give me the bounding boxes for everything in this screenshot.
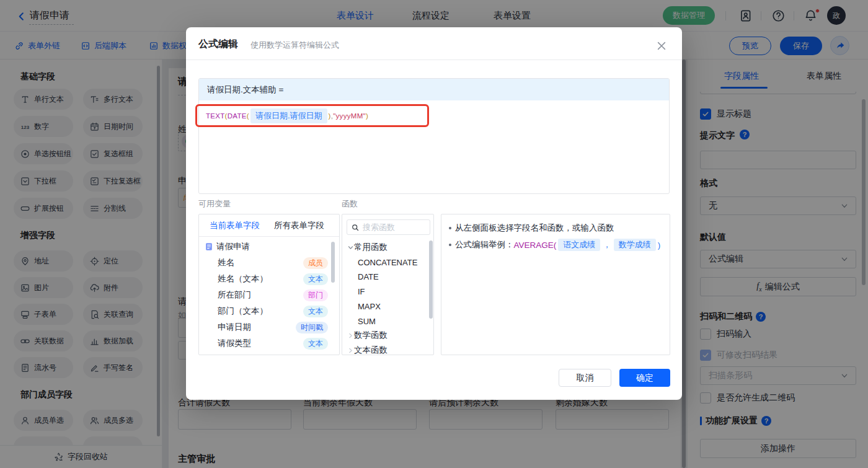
function-item[interactable]: CONCATENATE bbox=[342, 255, 433, 270]
formula-editor[interactable]: 请假日期.文本辅助 = TEXT(DATE(请假日期.请假日期),"yyyyMM… bbox=[198, 78, 670, 194]
variables-panel: 当前表单字段 所有表单字段 请假申请姓名成员姓名（文本）文本所在部门部门部门（文… bbox=[198, 214, 340, 355]
function-group[interactable]: 文本函数 bbox=[342, 343, 433, 355]
function-item[interactable]: MAPX bbox=[342, 299, 433, 314]
variable-tree-root[interactable]: 请假申请 bbox=[199, 239, 339, 255]
function-item[interactable]: SUM bbox=[342, 314, 433, 329]
function-item[interactable]: IF bbox=[342, 284, 433, 299]
confirm-button[interactable]: 确定 bbox=[619, 369, 670, 387]
example-token: ( bbox=[554, 241, 557, 250]
variable-type-tag: 文本 bbox=[303, 338, 328, 350]
bullet-icon bbox=[449, 227, 451, 229]
variable-tree-item[interactable]: 请假类型文本 bbox=[199, 335, 339, 351]
tab-all-fields[interactable]: 所有表单字段 bbox=[274, 220, 324, 231]
bullet-icon bbox=[449, 244, 451, 246]
chevron-right-icon bbox=[347, 347, 354, 354]
variable-type-tag: 部门 bbox=[303, 289, 328, 301]
variables-scrollbar[interactable] bbox=[331, 242, 335, 283]
help-line-1: 从左侧面板选择字段名和函数，或输入函数 bbox=[455, 223, 614, 234]
help-panel: 从左侧面板选择字段名和函数，或输入函数 公式编辑举例：AVERAGE(语文成绩，… bbox=[441, 214, 670, 355]
functions-scrollbar[interactable] bbox=[429, 241, 433, 319]
variables-tabs: 当前表单字段 所有表单字段 bbox=[199, 214, 339, 237]
variable-type-tag: 成员 bbox=[303, 257, 328, 269]
search-placeholder: 搜索函数 bbox=[363, 222, 395, 233]
cancel-button[interactable]: 取消 bbox=[559, 369, 611, 387]
variable-tree-item[interactable]: 请假天数文本 bbox=[199, 352, 339, 355]
formula-modal: 公式编辑 使用数学运算符编辑公式 请假日期.文本辅助 = TEXT(DATE(请… bbox=[186, 27, 682, 400]
variable-tree-item[interactable]: 申请日期时间戳 bbox=[199, 319, 339, 335]
form-doc-icon bbox=[205, 242, 213, 251]
variable-type-tag: 文本 bbox=[303, 306, 328, 317]
example-token: AVERAGE bbox=[514, 241, 554, 250]
modal-title: 公式编辑 bbox=[198, 38, 238, 51]
app-root: 请假申请 表单设计 流程设定 表单设置 数据管理 政 表单外链 后端脚本 数据权… bbox=[0, 0, 868, 468]
red-annotation-box bbox=[195, 104, 429, 127]
funcs-label: 函数 bbox=[342, 198, 358, 210]
variable-tree-item[interactable]: 所在部门部门 bbox=[199, 287, 339, 303]
example-field-chip: 数学成绩 bbox=[614, 239, 656, 251]
variable-tree-item[interactable]: 姓名（文本）文本 bbox=[199, 271, 339, 287]
function-group[interactable]: 数学函数 bbox=[342, 328, 433, 343]
variable-type-tag: 时间戳 bbox=[296, 322, 328, 333]
example-token: ) bbox=[658, 241, 661, 250]
example-text: 公式编辑举例： bbox=[455, 239, 514, 250]
function-group[interactable]: 常用函数 bbox=[342, 240, 433, 255]
formula-target: 请假日期.文本辅助 = bbox=[199, 79, 669, 100]
function-item[interactable]: DATE bbox=[342, 269, 433, 284]
modal-header: 公式编辑 使用数学运算符编辑公式 bbox=[186, 27, 682, 60]
close-icon[interactable] bbox=[656, 40, 667, 51]
variable-type-tag: 文本 bbox=[303, 355, 328, 356]
variable-type-tag: 文本 bbox=[303, 273, 328, 285]
vars-label: 可用变量 bbox=[198, 198, 231, 210]
function-search-input[interactable]: 搜索函数 bbox=[347, 219, 430, 235]
chevron-right-icon bbox=[347, 332, 354, 339]
tab-current-fields[interactable]: 当前表单字段 bbox=[210, 220, 260, 231]
variable-tree-item[interactable]: 姓名成员 bbox=[199, 255, 339, 271]
variable-tree-item[interactable]: 部门（文本）文本 bbox=[199, 303, 339, 319]
example-field-chip: 语文成绩 bbox=[558, 239, 600, 251]
search-icon bbox=[352, 224, 359, 231]
chevron-down-icon bbox=[347, 244, 354, 251]
example-token: ， bbox=[603, 239, 611, 250]
help-line-2: 公式编辑举例：AVERAGE(语文成绩，数学成绩) bbox=[455, 239, 660, 251]
functions-panel: 搜索函数 常用函数CONCATENATEDATEIFMAPXSUM数学函数文本函… bbox=[342, 214, 434, 355]
modal-subtitle: 使用数学运算符编辑公式 bbox=[250, 40, 339, 51]
